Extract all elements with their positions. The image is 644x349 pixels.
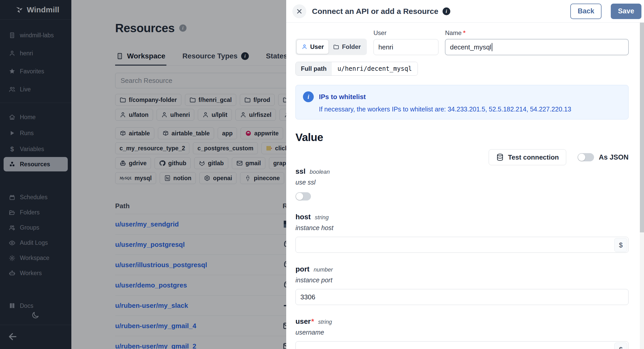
name-field-label: Name* — [445, 29, 629, 37]
ips-whitelist-infobox: i IPs to whitelist If necessary, the wor… — [295, 85, 629, 119]
field-description: use ssl — [295, 179, 629, 186]
owner-user-tab[interactable]: User — [297, 40, 328, 54]
text-caret — [492, 43, 492, 51]
owner-kind-toggle: User Folder — [295, 39, 367, 55]
drawer-overlay[interactable] — [0, 0, 286, 349]
field-type: boolean — [310, 169, 330, 175]
host-variable-picker-button[interactable]: $ — [614, 238, 627, 252]
field-name: host — [295, 213, 311, 221]
full-path: Full path u/henri/decent_mysql — [295, 62, 418, 76]
required-asterisk: * — [463, 29, 465, 36]
field-description: instance port — [295, 276, 629, 284]
info-icon: i — [303, 91, 314, 102]
full-path-value: u/henri/decent_mysql — [332, 62, 418, 75]
drawer-title: Connect an API or add a Resource — [312, 7, 438, 16]
drawer-body: User Folder User Name* decent_mysql — [286, 23, 640, 349]
resource-schema-fields: sslbooleanuse sslhoststringinstance host… — [295, 167, 629, 349]
infobox-title: IPs to whitelist — [319, 93, 571, 101]
user-field-input[interactable] — [374, 39, 438, 55]
owner-folder-tab[interactable]: Folder — [328, 40, 365, 54]
back-button[interactable]: Back — [570, 4, 601, 19]
full-path-label: Full path — [296, 62, 332, 75]
field-name: port — [295, 265, 309, 273]
save-button[interactable]: Save — [611, 4, 641, 19]
field-type: number — [313, 266, 333, 273]
field-description: instance host — [295, 224, 629, 232]
user-variable-picker-button[interactable]: $ — [614, 343, 627, 349]
field-type: string — [318, 319, 332, 325]
as-json-toggle[interactable] — [578, 153, 594, 161]
scrollbar-thumb[interactable] — [640, 23, 644, 232]
close-drawer-button[interactable] — [292, 4, 306, 18]
folder-icon — [333, 44, 339, 50]
database-icon — [496, 153, 504, 161]
port-input[interactable] — [295, 289, 629, 305]
test-connection-button[interactable]: Test connection — [489, 149, 566, 165]
field-host: hoststringinstance host$ — [295, 213, 629, 253]
infobox-body: If necessary, the workers IPs to whiteli… — [319, 106, 571, 113]
owner-folder-label: Folder — [342, 43, 361, 50]
field-name: ssl — [295, 167, 306, 176]
as-json-label: As JSON — [599, 153, 629, 161]
ssl-toggle[interactable] — [295, 192, 311, 200]
host-input[interactable] — [295, 237, 629, 253]
owner-user-label: User — [310, 43, 324, 50]
field-description: username — [295, 329, 629, 336]
required-asterisk: * — [311, 317, 314, 325]
close-icon — [296, 8, 303, 15]
field-name: user* — [295, 317, 314, 326]
user-icon — [301, 44, 308, 50]
value-heading: Value — [295, 131, 629, 144]
user-input[interactable] — [295, 341, 629, 349]
field-port: portnumberinstance port — [295, 265, 629, 305]
user-field-label: User — [374, 29, 438, 37]
add-resource-drawer: Connect an API or add a Resource i Back … — [286, 0, 644, 349]
drawer-scrollbar[interactable] — [640, 23, 644, 349]
field-user: user*stringusername$Required — [295, 317, 629, 349]
drawer-header: Connect an API or add a Resource i Back … — [286, 0, 644, 23]
drawer-title-info-icon[interactable]: i — [443, 7, 450, 15]
name-field-input[interactable]: decent_mysql — [445, 39, 629, 55]
field-ssl: sslbooleanuse ssl — [295, 167, 629, 200]
field-type: string — [315, 214, 329, 221]
